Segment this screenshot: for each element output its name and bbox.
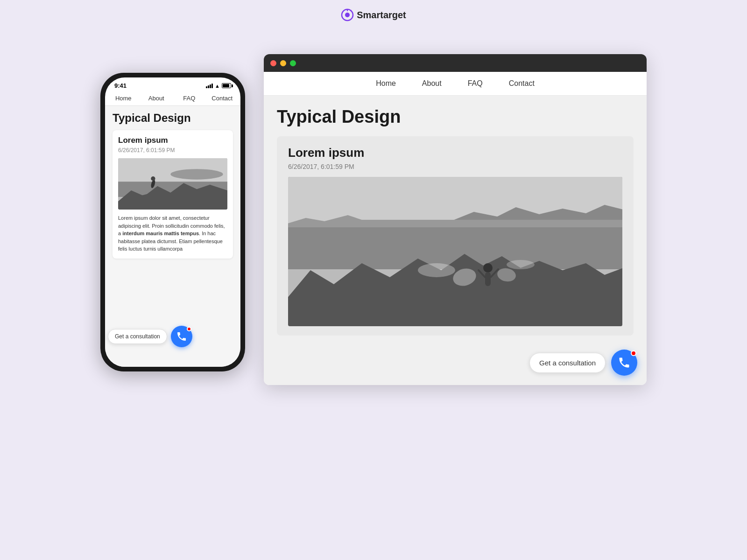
phone-fab-area: Get a consultation	[108, 326, 238, 347]
phone-card-date: 6/26/2017, 6:01:59 PM	[118, 147, 227, 154]
devices-container: 9:41 ▲	[63, 54, 684, 385]
svg-point-5	[170, 169, 223, 179]
phone-fab-tooltip: Get a consultation	[108, 329, 167, 344]
desktop-browser-mockup: Home About FAQ Contact Typical Design Lo…	[264, 54, 647, 385]
phone-nav-faq[interactable]: FAQ	[173, 91, 206, 105]
browser-nav-about[interactable]: About	[409, 72, 455, 95]
browser-titlebar	[264, 54, 647, 72]
logo: Smartarget	[341, 8, 406, 21]
svg-point-16	[418, 263, 455, 277]
browser-page-title: Typical Design	[277, 107, 634, 127]
phone-screen: 9:41 ▲	[105, 77, 240, 367]
phone-call-fab[interactable]	[171, 326, 192, 347]
phone-card-text-bold: interdum mauris mattis tempus	[122, 231, 199, 236]
browser-call-icon	[618, 356, 631, 369]
phone-nav-about[interactable]: About	[140, 91, 173, 105]
phone-page-title: Typical Design	[113, 112, 233, 125]
svg-point-1	[345, 13, 350, 17]
browser-call-fab[interactable]	[611, 350, 637, 376]
wifi-icon: ▲	[215, 83, 220, 89]
beach-image-small	[118, 158, 227, 210]
svg-point-18	[483, 263, 493, 273]
logo-text: Smartarget	[357, 10, 406, 21]
browser-nav-contact[interactable]: Contact	[496, 72, 548, 95]
beach-image-large	[288, 177, 622, 326]
phone-mockup: 9:41 ▲	[100, 73, 245, 371]
phone-call-icon	[176, 331, 187, 342]
browser-nav-home[interactable]: Home	[363, 72, 409, 95]
browser-card: Lorem ipsum 6/26/2017, 6:01:59 PM	[277, 136, 634, 336]
browser-card-date: 6/26/2017, 6:01:59 PM	[288, 163, 622, 170]
browser-close-dot[interactable]	[270, 60, 276, 66]
svg-rect-19	[485, 272, 491, 286]
browser-fab-area: Get a consultation	[529, 350, 637, 376]
browser-nav-faq[interactable]: FAQ	[455, 72, 496, 95]
battery-icon	[222, 83, 231, 88]
browser-card-image	[288, 177, 622, 326]
browser-content: Typical Design Lorem ipsum 6/26/2017, 6:…	[264, 96, 647, 385]
browser-maximize-dot[interactable]	[290, 60, 296, 66]
phone-fab-notif-dot	[187, 327, 191, 331]
phone-nav: Home About FAQ Contact	[105, 91, 240, 106]
top-bar: Smartarget	[0, 0, 747, 26]
phone-card-body: Lorem ipsum dolor sit amet, consectetur …	[118, 214, 227, 253]
smartarget-logo-icon	[341, 8, 354, 21]
svg-point-9	[151, 176, 155, 181]
browser-card-title: Lorem ipsum	[288, 146, 622, 160]
browser-minimize-dot[interactable]	[280, 60, 286, 66]
phone-status-icons: ▲	[206, 83, 231, 89]
phone-nav-contact[interactable]: Contact	[206, 91, 239, 105]
browser-fab-notif-dot	[631, 350, 636, 356]
svg-point-17	[507, 260, 535, 269]
browser-nav: Home About FAQ Contact	[264, 72, 647, 96]
signal-icon	[206, 84, 213, 88]
phone-card-title: Lorem ipsum	[118, 136, 227, 145]
phone-time: 9:41	[114, 82, 127, 89]
phone-card: Lorem ipsum 6/26/2017, 6:01:59 PM	[113, 130, 233, 259]
browser-fab-tooltip: Get a consultation	[529, 353, 606, 373]
phone-status-bar: 9:41 ▲	[105, 77, 240, 91]
phone-nav-home[interactable]: Home	[107, 91, 140, 105]
phone-card-image	[118, 158, 227, 210]
